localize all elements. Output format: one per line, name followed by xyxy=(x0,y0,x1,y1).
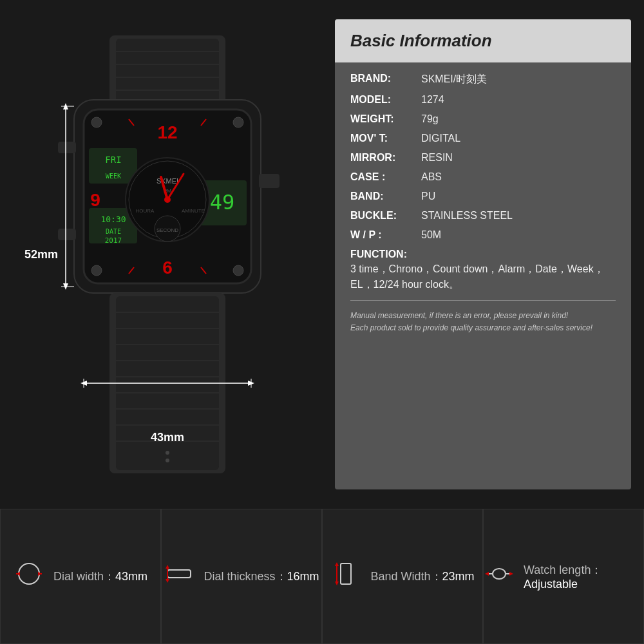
spec-band-width: Band Width：23mm xyxy=(322,509,483,644)
svg-rect-9 xyxy=(259,174,279,188)
svg-text:SKMEI: SKMEI xyxy=(156,177,178,185)
dimension-width-label: 43mm xyxy=(151,431,184,444)
svg-point-53 xyxy=(166,451,169,455)
dial-thickness-label: Dial thickness： xyxy=(204,570,287,583)
wp-value: 50M xyxy=(421,229,616,241)
svg-text:WEEK: WEEK xyxy=(106,173,121,180)
svg-marker-72 xyxy=(166,565,169,569)
dial-thickness-text: Dial thickness：16mm xyxy=(204,569,319,584)
movement-label: MOV' T: xyxy=(350,133,421,144)
svg-point-36 xyxy=(91,265,102,276)
band-width-text: Band Width：23mm xyxy=(370,569,474,584)
svg-point-78 xyxy=(493,569,506,579)
top-section: 52mm xyxy=(0,0,644,509)
svg-text:FRI: FRI xyxy=(105,155,121,165)
svg-marker-67 xyxy=(16,572,20,576)
info-row-band: BAND: PU xyxy=(350,191,616,202)
svg-text:49: 49 xyxy=(210,190,235,214)
bottom-section: Dial width：43mm Dial thickness：16mm xyxy=(0,509,644,644)
band-label: BAND: xyxy=(350,191,421,202)
svg-text:DATE: DATE xyxy=(106,228,121,235)
mirror-value: RESIN xyxy=(421,152,616,164)
spec-dial-width: Dial width：43mm xyxy=(0,509,161,644)
svg-point-37 xyxy=(233,265,243,276)
svg-text:10:30: 10:30 xyxy=(100,214,126,224)
dial-thickness-value: 16mm xyxy=(287,570,319,583)
weight-label: WEIGHT: xyxy=(350,113,421,125)
svg-marker-81 xyxy=(485,572,489,576)
svg-rect-1 xyxy=(116,39,219,103)
svg-text:6: 6 xyxy=(162,258,173,278)
info-row-brand: BRAND: SKMEI/时刻美 xyxy=(350,73,616,86)
dial-width-icon xyxy=(14,561,44,592)
watch-length-icon xyxy=(484,561,515,592)
info-title: Basic Information xyxy=(350,31,616,51)
svg-text:12: 12 xyxy=(157,122,177,142)
brand-label: BRAND: xyxy=(350,73,421,84)
function-label: FUNCTION: xyxy=(350,249,421,260)
info-row-buckle: BUCKLE: STAINLESS STEEL xyxy=(350,210,616,222)
model-value: 1274 xyxy=(421,94,616,106)
info-row-model: MODEL: 1274 xyxy=(350,94,616,106)
svg-marker-82 xyxy=(509,572,513,576)
dial-width-value: 43mm xyxy=(115,570,147,583)
svg-rect-74 xyxy=(341,564,351,584)
band-width-value: 23mm xyxy=(442,570,475,583)
dial-width-label: Dial width： xyxy=(53,570,115,583)
watch-length-value: Adjustable xyxy=(524,578,578,591)
watch-image: 12 9 6 FRI WEEK 10:30 DATE 2017 xyxy=(32,35,303,473)
footnote: Manual measurement, if there is an error… xyxy=(350,310,616,334)
info-row-movement: MOV' T: DIGITAL xyxy=(350,133,616,144)
dial-thickness-icon xyxy=(164,561,194,592)
dial-width-text: Dial width：43mm xyxy=(53,569,147,584)
svg-point-54 xyxy=(166,459,169,462)
buckle-value: STAINLESS STEEL xyxy=(421,210,616,222)
info-row-function: FUNCTION: 3 time，Chrono，Count down，Alarm… xyxy=(350,249,616,292)
case-value: ABS xyxy=(421,171,616,183)
svg-point-35 xyxy=(233,117,243,128)
watch-length-label: Watch length： xyxy=(524,564,602,576)
band-width-label: Band Width： xyxy=(370,570,442,583)
info-row-wp: W / P : 50M xyxy=(350,229,616,241)
svg-text:9: 9 xyxy=(90,190,100,210)
function-value: 3 time，Chrono，Count down，Alarm，Date，Week… xyxy=(350,261,616,292)
svg-point-65 xyxy=(19,564,39,584)
svg-text:AMINUTE: AMINUTE xyxy=(182,208,205,214)
buckle-label: BUCKLE: xyxy=(350,210,421,222)
svg-rect-8 xyxy=(58,229,76,240)
info-row-weight: WEIGHT: 79g xyxy=(350,113,616,125)
info-header: Basic Information xyxy=(335,19,631,62)
svg-rect-70 xyxy=(167,570,191,578)
info-divider xyxy=(350,300,616,301)
wp-label: W / P : xyxy=(350,229,421,241)
mirror-label: MIRROR: xyxy=(350,152,421,164)
watch-area: 52mm xyxy=(0,0,335,509)
main-container: 52mm xyxy=(0,0,644,644)
svg-text:SECOND: SECOND xyxy=(156,227,178,233)
svg-marker-73 xyxy=(166,579,169,583)
watch-length-text: Watch length：Adjustable xyxy=(524,562,643,591)
svg-text:HOURA: HOURA xyxy=(136,208,155,214)
case-label: CASE : xyxy=(350,171,421,183)
footnote-line1: Manual measurement, if there is an error… xyxy=(350,310,616,322)
brand-value: SKMEI/时刻美 xyxy=(421,73,616,86)
svg-point-29 xyxy=(164,196,171,203)
band-value: PU xyxy=(421,191,616,202)
info-row-mirror: MIRROR: RESIN xyxy=(350,152,616,164)
weight-value: 79g xyxy=(421,113,616,125)
band-width-icon xyxy=(330,561,361,592)
svg-rect-7 xyxy=(58,142,76,153)
info-body: BRAND: SKMEI/时刻美 MODEL: 1274 WEIGHT: 79g… xyxy=(335,62,631,489)
spec-dial-thickness: Dial thickness：16mm xyxy=(161,509,322,644)
svg-point-34 xyxy=(91,117,102,128)
svg-marker-69 xyxy=(38,572,42,576)
spec-watch-length: Watch length：Adjustable xyxy=(483,509,644,644)
svg-marker-77 xyxy=(335,582,339,585)
movement-value: DIGITAL xyxy=(421,133,616,144)
footnote-line2: Each product sold to provide quality ass… xyxy=(350,322,616,334)
svg-marker-76 xyxy=(335,562,339,566)
model-label: MODEL: xyxy=(350,94,421,106)
info-panel: Basic Information BRAND: SKMEI/时刻美 MODEL… xyxy=(335,19,631,489)
info-row-case: CASE : ABS xyxy=(350,171,616,183)
svg-text:2017: 2017 xyxy=(105,236,122,245)
